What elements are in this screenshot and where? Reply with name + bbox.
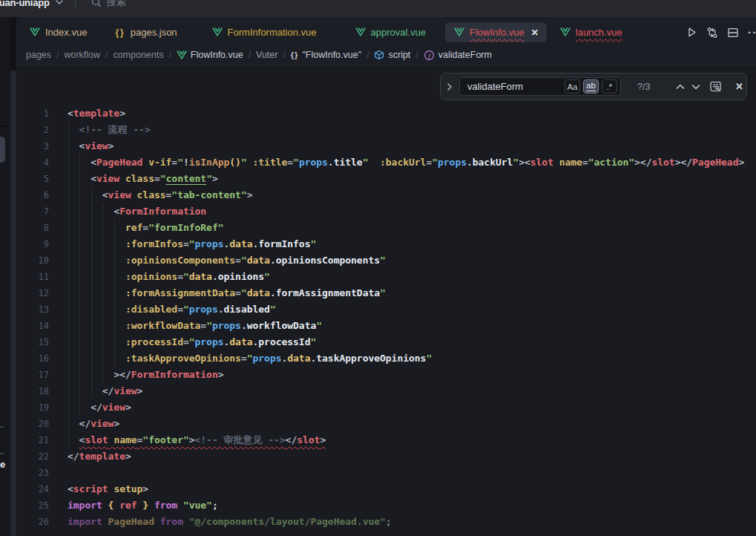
tab-approval.vue[interactable]: approval.vue bbox=[355, 22, 426, 42]
code-line-text: <view class="content"> bbox=[68, 171, 218, 187]
find-query-text: validateForm bbox=[467, 81, 565, 92]
code-line-3[interactable]: 3 <view> bbox=[16, 138, 756, 154]
toggle-replace-icon[interactable] bbox=[447, 82, 453, 91]
breadcrumb-item-validateForm[interactable]: f validateForm bbox=[424, 50, 492, 61]
code-line-21[interactable]: 21 <slot name="footer"><!-- 审批意见 --></sl… bbox=[16, 432, 756, 448]
tab-FlowInfo.vue[interactable]: FlowInfo.vue✕ bbox=[445, 22, 547, 42]
code-line-1[interactable]: 1<template> bbox=[16, 105, 756, 122]
sidebar-cut-label: e bbox=[0, 459, 5, 470]
symbol-function-icon: f bbox=[424, 50, 435, 61]
code-line-23[interactable]: 23 bbox=[16, 465, 756, 481]
code-line-12[interactable]: 12 :formAssignmentData="data.formAssignm… bbox=[16, 285, 756, 301]
breadcrumb-item-workflow[interactable]: workflow bbox=[64, 50, 100, 60]
code-line-9[interactable]: 9 :formInfos="props.data.formInfos" bbox=[16, 236, 756, 252]
split-editor-icon[interactable] bbox=[727, 27, 739, 39]
breadcrumb-item-pages[interactable]: pages bbox=[26, 50, 51, 60]
line-number: 20 bbox=[16, 416, 49, 432]
previous-match-icon[interactable] bbox=[676, 84, 685, 90]
code-line-2[interactable]: 2 <!-- 流程 --> bbox=[16, 122, 756, 138]
code-line-text: <FormInformation bbox=[68, 203, 206, 220]
line-number: 2 bbox=[16, 122, 49, 138]
line-number: 13 bbox=[16, 301, 49, 318]
sidebar-selected-item[interactable] bbox=[0, 137, 5, 163]
tab-label: launch.vue bbox=[576, 27, 622, 38]
line-number: 22 bbox=[16, 448, 49, 465]
project-name[interactable]: duan-uniapp bbox=[0, 0, 50, 8]
tab-label: FlowInfo.vue bbox=[470, 27, 525, 38]
breadcrumb-item-FlowInfo.vue[interactable]: FlowInfo.vue bbox=[177, 50, 243, 60]
chevron-down-icon[interactable] bbox=[56, 0, 63, 4]
code-editor[interactable]: 1<template>2 <!-- 流程 -->3 <view>4 <PageH… bbox=[16, 66, 756, 536]
vue-icon bbox=[560, 27, 571, 37]
run-icon[interactable] bbox=[686, 27, 697, 38]
code-line-14[interactable]: 14 :workflowData="props.workflowData" bbox=[16, 318, 756, 334]
editor-actions: ··· bbox=[686, 22, 756, 42]
breadcrumb-item-FlowInfo.vue[interactable]: {}"FlowInfo.vue" bbox=[291, 50, 361, 60]
code-line-20[interactable]: 20 </view> bbox=[16, 416, 756, 432]
line-number: 8 bbox=[16, 220, 49, 236]
find-in-selection-icon[interactable] bbox=[709, 80, 722, 93]
code-line-7[interactable]: 7 <FormInformation bbox=[16, 203, 756, 220]
vue-icon bbox=[30, 27, 40, 37]
close-tab-icon[interactable]: ✕ bbox=[531, 28, 539, 37]
match-case-button[interactable]: Aa bbox=[565, 79, 580, 94]
code-line-25[interactable]: 25import { ref } from "vue"; bbox=[16, 497, 756, 514]
code-line-5[interactable]: 5 <view class="content"> bbox=[16, 171, 756, 187]
line-number: 1 bbox=[16, 105, 49, 122]
line-number: 17 bbox=[16, 367, 49, 383]
tab-launch.vue[interactable]: launch.vue bbox=[560, 22, 622, 42]
code-line-10[interactable]: 10 :opinionsComponents="data.opinionsCom… bbox=[16, 252, 756, 269]
title-bar: duan-uniapp 搜索 bbox=[0, 0, 756, 17]
global-search[interactable]: 搜索 bbox=[91, 0, 126, 9]
whole-word-button[interactable]: ab bbox=[583, 79, 599, 94]
code-line-22[interactable]: 22</template> bbox=[16, 448, 756, 465]
code-line-text: :processId="props.data.processId" bbox=[68, 334, 316, 350]
tab-Index.vue[interactable]: Index.vue bbox=[30, 22, 87, 42]
code-line-8[interactable]: 8 ref="formInfoRef" bbox=[16, 220, 756, 236]
more-actions-icon[interactable]: ··· bbox=[748, 26, 756, 39]
code-line-15[interactable]: 15 :processId="props.data.processId" bbox=[16, 334, 756, 350]
breadcrumb-item-script[interactable]: script bbox=[374, 50, 410, 60]
code-line-13[interactable]: 13 :disabled="props.disabled" bbox=[16, 301, 756, 318]
next-match-icon[interactable] bbox=[691, 84, 700, 90]
search-placeholder: 搜索 bbox=[107, 0, 126, 9]
tab-pages.json[interactable]: {}pages.json bbox=[115, 22, 177, 42]
symbol-object-icon: {} bbox=[291, 50, 299, 59]
line-number: 24 bbox=[16, 481, 49, 497]
code-line-text: :formAssignmentData="data.formAssignment… bbox=[68, 285, 386, 301]
line-number: 4 bbox=[16, 154, 49, 171]
code-line-24[interactable]: 24<script setup> bbox=[16, 481, 756, 497]
line-number: 26 bbox=[16, 514, 49, 530]
breadcrumb-item-Vuter[interactable]: Vuter bbox=[256, 50, 277, 60]
code-line-text: <view class="tab-content"> bbox=[68, 187, 253, 203]
code-line-19[interactable]: 19 </view> bbox=[16, 399, 756, 416]
vue-icon bbox=[454, 27, 464, 37]
code-line-16[interactable]: 16 :taskApproveOpinions="props.data.task… bbox=[16, 350, 756, 367]
line-number: 19 bbox=[16, 399, 49, 416]
code-line-17[interactable]: 17 ></FormInformation> bbox=[16, 367, 756, 383]
tab-label: pages.json bbox=[131, 27, 177, 38]
code-line-18[interactable]: 18 </view> bbox=[16, 383, 756, 399]
tab-FormInformation.vue[interactable]: FormInformation.vue bbox=[212, 22, 317, 42]
regex-button[interactable]: .* bbox=[602, 79, 617, 94]
breadcrumb-item-components[interactable]: components bbox=[113, 50, 163, 60]
vue-icon bbox=[212, 27, 223, 37]
code-line-text: :opinionsComponents="data.opinionsCompon… bbox=[68, 252, 386, 269]
close-find-icon[interactable]: ✕ bbox=[735, 81, 743, 92]
sidebar-scrollbar-thumb[interactable] bbox=[10, 71, 16, 536]
code-line-text: :workflowData="props.workflowData" bbox=[68, 318, 322, 334]
sidebar-scrollbar[interactable] bbox=[10, 17, 16, 536]
code-line-4[interactable]: 4 <PageHead v-if="!isInApp()" :title="pr… bbox=[16, 154, 756, 171]
code-line-6[interactable]: 6 <view class="tab-content"> bbox=[16, 187, 756, 203]
code-line-26[interactable]: 26import PageHead from "@/components/lay… bbox=[16, 514, 756, 530]
code-line-11[interactable]: 11 :opinions="data.opinions" bbox=[16, 269, 756, 285]
code-line-text: :formInfos="props.data.formInfos" bbox=[68, 236, 316, 252]
compare-changes-icon[interactable] bbox=[706, 27, 718, 39]
breadcrumb-separator: / bbox=[367, 50, 369, 60]
tab-label: approval.vue bbox=[371, 27, 426, 38]
svg-text:f: f bbox=[428, 51, 431, 59]
code-line-text: <template> bbox=[68, 105, 125, 122]
find-input[interactable]: validateForm Aa ab .* bbox=[459, 77, 621, 96]
code-line-text: </view> bbox=[68, 383, 142, 399]
line-number: 14 bbox=[16, 318, 49, 334]
